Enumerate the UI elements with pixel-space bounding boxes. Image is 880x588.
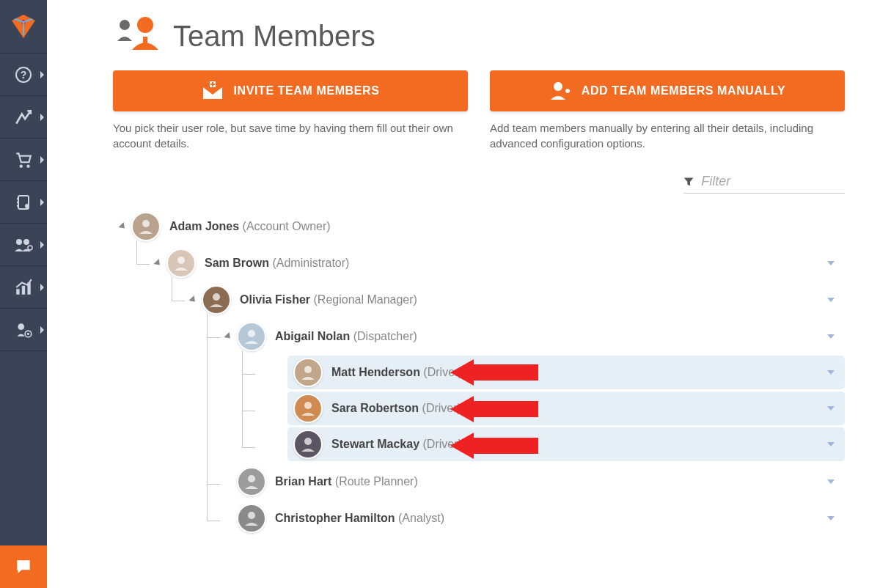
- member-name: Matt Henderson (Driver): [331, 366, 463, 379]
- nav-address-book[interactable]: [0, 180, 47, 223]
- svg-point-7: [20, 164, 23, 167]
- team-member-row[interactable]: Matt Henderson (Driver): [287, 356, 845, 389]
- page-title: Team Members: [173, 20, 375, 53]
- svg-rect-18: [22, 285, 25, 294]
- avatar: [131, 212, 161, 241]
- expand-toggle[interactable]: [188, 295, 197, 304]
- avatar: [237, 322, 266, 351]
- avatar: [202, 285, 231, 315]
- app-logo: [0, 0, 47, 53]
- expand-toggle[interactable]: [153, 259, 162, 268]
- row-menu-caret[interactable]: [827, 334, 835, 339]
- svg-point-40: [304, 438, 312, 445]
- filter-box: [683, 173, 845, 194]
- invite-team-members-button[interactable]: INVITE TEAM MEMBERS: [113, 70, 468, 111]
- svg-point-22: [27, 332, 29, 334]
- team-member-row[interactable]: Sara Robertson (Driver): [287, 392, 845, 425]
- main-content: Team Members INVITE TEAM MEMBERS You pic…: [47, 0, 880, 588]
- row-menu-caret[interactable]: [827, 479, 835, 484]
- avatar: [166, 249, 196, 278]
- expand-toggle[interactable]: [118, 222, 127, 231]
- svg-point-20: [18, 323, 24, 330]
- nav-help[interactable]: ?: [0, 53, 47, 95]
- row-menu-caret[interactable]: [827, 298, 835, 302]
- avatar: [237, 467, 266, 496]
- team-member-row[interactable]: Christopher Hamilton (Analyst): [113, 500, 845, 537]
- svg-rect-17: [16, 289, 19, 295]
- nav-orders[interactable]: [0, 138, 47, 180]
- add-description: Add team members manually by entering al…: [490, 120, 845, 151]
- add-team-members-button[interactable]: ADD TEAM MEMBERS MANUALLY: [490, 70, 845, 111]
- avatar: [293, 394, 323, 423]
- svg-point-13: [25, 204, 29, 208]
- member-name: Sara Robertson (Driver): [331, 402, 461, 415]
- team-tree: Adam Jones (Account Owner)Sam Brown (Adm…: [113, 208, 845, 537]
- svg-point-31: [554, 82, 562, 91]
- member-name: Abigail Nolan (Dispatcher): [275, 330, 417, 343]
- team-member-row[interactable]: Adam Jones (Account Owner): [113, 208, 845, 245]
- expand-toggle[interactable]: [224, 332, 232, 341]
- invite-button-label: INVITE TEAM MEMBERS: [234, 84, 380, 98]
- svg-point-23: [120, 20, 130, 30]
- svg-point-16: [28, 246, 32, 250]
- row-menu-caret[interactable]: [827, 370, 835, 375]
- svg-point-41: [248, 475, 255, 482]
- svg-point-15: [23, 239, 29, 245]
- add-button-label: ADD TEAM MEMBERS MANUALLY: [582, 84, 785, 98]
- avatar: [237, 504, 266, 533]
- member-name: Stewart Mackay (Driver): [331, 438, 462, 451]
- nav-analytics[interactable]: [0, 265, 47, 308]
- member-name: Christopher Hamilton (Analyst): [275, 512, 444, 525]
- member-name: Sam Brown (Administrator): [205, 257, 349, 270]
- svg-rect-25: [143, 37, 147, 50]
- filter-icon: [683, 176, 694, 188]
- nav-route[interactable]: [0, 95, 47, 138]
- filter-input[interactable]: [700, 173, 845, 190]
- member-name: Brian Hart (Route Planner): [275, 475, 418, 488]
- chat-button[interactable]: [0, 545, 47, 588]
- member-name: Olivia Fisher (Regional Manager): [240, 293, 417, 306]
- svg-point-42: [248, 512, 255, 519]
- row-menu-caret[interactable]: [827, 261, 835, 265]
- nav-team[interactable]: [0, 223, 47, 265]
- svg-point-36: [213, 293, 220, 301]
- team-member-row[interactable]: Stewart Mackay (Driver): [287, 427, 845, 461]
- team-member-row[interactable]: Abigail Nolan (Dispatcher): [113, 318, 845, 355]
- row-menu-caret[interactable]: [827, 442, 835, 446]
- svg-point-24: [137, 17, 153, 33]
- svg-point-14: [16, 239, 22, 245]
- svg-point-37: [248, 330, 255, 337]
- svg-point-34: [142, 220, 150, 227]
- svg-point-35: [177, 257, 185, 264]
- row-menu-caret[interactable]: [827, 516, 835, 521]
- sidebar: ?: [0, 0, 47, 588]
- row-menu-caret[interactable]: [827, 406, 835, 411]
- team-member-row[interactable]: Sam Brown (Administrator): [113, 245, 845, 282]
- svg-point-8: [26, 164, 29, 167]
- nav-settings[interactable]: [0, 308, 47, 350]
- member-name: Adam Jones (Account Owner): [169, 220, 331, 233]
- svg-point-38: [304, 366, 312, 373]
- team-member-row[interactable]: Brian Hart (Route Planner): [113, 463, 845, 500]
- avatar: [293, 430, 323, 459]
- svg-point-39: [304, 402, 312, 409]
- avatar: [293, 358, 323, 387]
- svg-text:?: ?: [21, 69, 27, 81]
- invite-description: You pick their user role, but save time …: [113, 120, 468, 151]
- team-members-icon: [113, 16, 163, 56]
- team-member-row[interactable]: Olivia Fisher (Regional Manager): [113, 282, 845, 318]
